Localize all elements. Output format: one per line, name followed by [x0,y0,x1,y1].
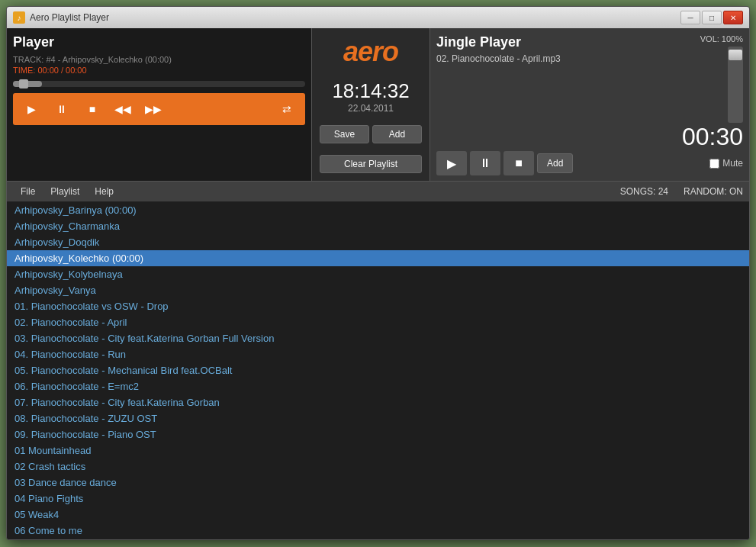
playlist-item[interactable]: Arhipovsky_Barinya (00:00) [7,202,749,218]
menu-playlist[interactable]: Playlist [43,183,87,200]
jingle-stop-button[interactable]: ■ [503,151,534,175]
jingle-time: 00:30 [682,123,743,151]
jingle-pause-button[interactable]: ⏸ [470,151,500,175]
window-title: Aero Playlist Player [30,12,676,23]
playlist-item[interactable]: 09. Pianochocolate - Piano OST [7,426,749,442]
jingle-controls: ▶ ⏸ ■ Add Mute [436,151,743,175]
clear-playlist-button[interactable]: Clear Playlist [320,155,422,173]
top-section: Player TRACK: #4 - Arhipovsky_Kolechko (… [7,28,749,181]
mute-control[interactable]: Mute [709,158,743,169]
random-status: RANDOM: ON [684,186,743,197]
playlist-item[interactable]: 06. Pianochocolate - E=mc2 [7,378,749,394]
playlist-item[interactable]: Arhipovsky_Kolechko (00:00) [7,250,749,266]
jingle-add-button[interactable]: Add [537,153,573,173]
vol-label: VOL: 100% [700,34,743,43]
clock-date: 22.04.2011 [332,103,409,114]
menu-help[interactable]: Help [87,183,121,200]
player-controls: ▶ ⏸ ■ ◀◀ ▶▶ ⇄ [13,93,305,125]
play-button[interactable]: ▶ [18,98,45,121]
playlist-item[interactable]: 06 Come to me [7,523,749,539]
pause-button[interactable]: ⏸ [48,98,76,121]
playlist-item[interactable]: 01 Mountainhead [7,442,749,459]
player-track: TRACK: #4 - Arhipovsky_Kolechko (00:00) [13,55,305,64]
mute-label: Mute [722,158,743,169]
player-title: Player [13,34,305,50]
playlist-item[interactable]: Arhipovsky_Doqdik [7,234,749,250]
window-controls: ─ □ ✕ [680,11,743,24]
middle-panel: aero 18:14:32 22.04.2011 Save Add Clear … [312,28,430,181]
titlebar: ♪ Aero Playlist Player ─ □ ✕ [7,7,749,28]
menu-file[interactable]: File [13,183,43,200]
playlist-item[interactable]: Arhipovsky_Vanya [7,282,749,298]
progress-thumb[interactable] [19,79,28,88]
save-add-row: Save Add [320,125,422,143]
playlist-item[interactable]: 01. Pianochocolate vs OSW - Drop [7,298,749,314]
jingle-track: 02. Pianochocolate - April.mp3 [436,53,561,64]
playlist-item[interactable]: 02 Crash tactics [7,459,749,475]
vol-slider[interactable] [728,47,743,123]
save-button[interactable]: Save [320,125,369,143]
close-button[interactable]: ✕ [723,11,743,24]
minimize-button[interactable]: ─ [680,11,700,24]
prev-button[interactable]: ◀◀ [109,98,137,121]
mute-checkbox[interactable] [709,159,719,169]
playlist-item[interactable]: 04 Piano Fights [7,491,749,507]
playlist: Arhipovsky_Barinya (00:00)Arhipovsky_Cha… [7,202,749,539]
playlist-item[interactable]: 02. Pianochocolate - April [7,314,749,330]
playlist-item[interactable]: 07 Go Complex [7,539,749,539]
player-time: TIME: 00:00 / 00:00 [13,66,305,75]
clock-time: 18:14:32 [332,79,409,103]
add-button[interactable]: Add [372,125,422,143]
progress-bar[interactable] [13,81,305,87]
jingle-play-button[interactable]: ▶ [436,151,467,175]
app-icon: ♪ [13,11,25,24]
playlist-item[interactable]: 05 Weak4 [7,507,749,523]
jingle-panel: Jingle Player 02. Pianochocolate - April… [430,28,749,181]
playlist-item[interactable]: 03 Dance dance dance [7,475,749,491]
next-button[interactable]: ▶▶ [140,98,167,121]
playlist-item[interactable]: 03. Pianochocolate - City feat.Katerina … [7,330,749,346]
menubar: File Playlist Help SONGS: 24 RANDOM: ON [7,181,749,202]
main-window: ♪ Aero Playlist Player ─ □ ✕ Player TRAC… [6,6,750,540]
songs-count: SONGS: 24 [620,186,668,197]
aero-logo: aero [343,36,398,68]
playlist-item[interactable]: Arhipovsky_Charmanka [7,218,749,234]
playlist-item[interactable]: 04. Pianochocolate - Run [7,346,749,362]
jingle-title: Jingle Player [436,34,561,50]
playlist-item[interactable]: 05. Pianochocolate - Mechanical Bird fea… [7,362,749,378]
playlist-item[interactable]: 07. Pianochocolate - City feat.Katerina … [7,394,749,410]
player-panel: Player TRACK: #4 - Arhipovsky_Kolechko (… [7,28,312,181]
stop-button[interactable]: ■ [79,98,106,121]
playlist-item[interactable]: Arhipovsky_Kolybelnaya [7,266,749,282]
shuffle-button[interactable]: ⇄ [273,98,301,121]
maximize-button[interactable]: □ [702,11,722,24]
playlist-item[interactable]: 08. Pianochocolate - ZUZU OST [7,410,749,426]
vol-thumb[interactable] [729,50,742,60]
